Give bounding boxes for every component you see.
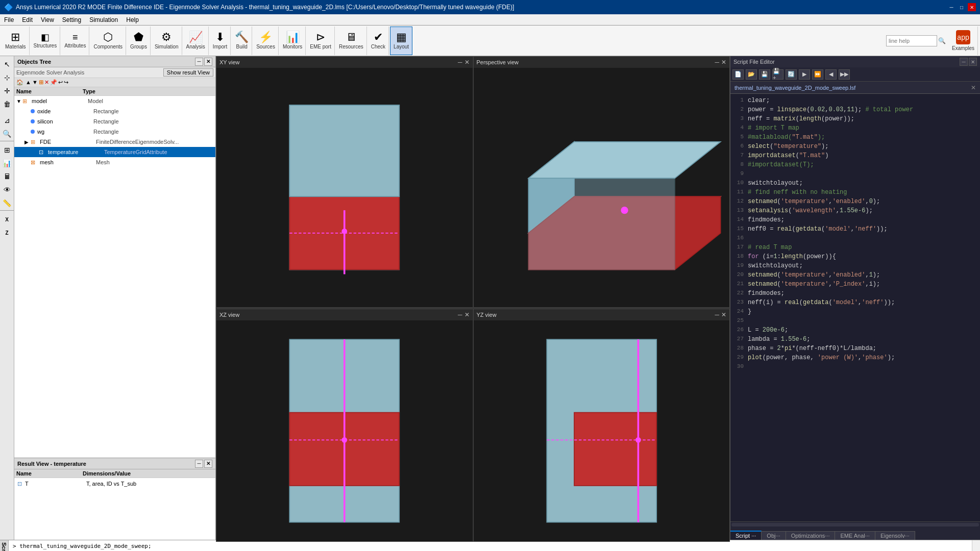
- tree-row-oxide[interactable]: oxide Rectangle: [14, 106, 215, 116]
- toolbar-import[interactable]: ⬇ Import: [210, 27, 231, 55]
- script-close-button[interactable]: ✕: [969, 58, 977, 66]
- yz-view-content[interactable]: [474, 320, 730, 541]
- script-tab-eigensolv[interactable]: Eigensolv···: [875, 531, 915, 540]
- left-tool-x[interactable]: X: [1, 213, 13, 226]
- script-run-btn[interactable]: ▶: [799, 69, 810, 80]
- script-body[interactable]: 1 clear; 2 power = linspace(0.02,0.03,11…: [730, 94, 980, 521]
- toolbar-analysis[interactable]: 📈 Analysis: [183, 27, 209, 55]
- menu-view[interactable]: View: [37, 14, 58, 25]
- xz-minimize-icon[interactable]: ─: [458, 311, 462, 318]
- script-step-btn[interactable]: ⏩: [812, 69, 823, 80]
- menu-file[interactable]: File: [0, 14, 18, 25]
- toolbar-components[interactable]: ⬡ Components: [90, 27, 126, 55]
- script-file-close[interactable]: ✕: [971, 84, 976, 91]
- left-tool-chart[interactable]: 📊: [1, 157, 13, 169]
- left-tool-delete[interactable]: 🗑: [1, 98, 13, 110]
- yz-close-icon[interactable]: ✕: [721, 311, 726, 318]
- left-tool-ruler[interactable]: 📏: [1, 197, 13, 209]
- xy-minimize-icon[interactable]: ─: [458, 59, 462, 66]
- search-icon[interactable]: 🔍: [938, 37, 946, 44]
- tree-row-temperature[interactable]: ⊡ temperature TemperatureGridAttribute: [14, 147, 215, 157]
- tree-nav-r2[interactable]: ↪: [64, 79, 68, 86]
- left-tool-arrow[interactable]: ↖: [1, 58, 13, 70]
- left-tool-select[interactable]: ⊹: [1, 71, 13, 84]
- left-tool-grid[interactable]: ⊞: [1, 144, 13, 156]
- perspective-minimize-icon[interactable]: ─: [715, 59, 719, 66]
- tree-nav-down[interactable]: ▼: [32, 79, 38, 86]
- tree-nav-left[interactable]: 🏠: [16, 79, 23, 86]
- toolbar-check[interactable]: ✔ Check: [368, 27, 389, 55]
- script-save-as-btn[interactable]: 💾+: [772, 69, 783, 80]
- left-tool-eye[interactable]: 👁: [1, 184, 13, 196]
- tree-row-mesh[interactable]: ⊠ mesh Mesh: [14, 157, 215, 167]
- menu-setting[interactable]: Setting: [58, 14, 85, 25]
- tree-nav-r1[interactable]: ↩: [58, 79, 63, 86]
- toolbar-materials[interactable]: ⊞ Materials: [2, 27, 30, 55]
- tree-row-silicon[interactable]: silicon Rectangle: [14, 116, 215, 127]
- tree-row-model[interactable]: ▼ ⊞ model Model: [14, 96, 215, 106]
- xz-view-content[interactable]: [216, 320, 473, 541]
- script-minimize-button[interactable]: ─: [960, 58, 968, 66]
- left-tool-z[interactable]: Z: [1, 227, 13, 239]
- tree-name-mesh: mesh: [40, 159, 96, 165]
- toolbar-monitors[interactable]: 📊 Monitors: [280, 27, 306, 55]
- result-view-close[interactable]: ✕: [204, 460, 212, 468]
- eme-port-label: EME port: [310, 44, 331, 49]
- tree-expand-fde[interactable]: ▶: [24, 139, 31, 145]
- result-view-minimize[interactable]: ─: [195, 460, 203, 468]
- left-tool-zoom[interactable]: 🔍: [1, 128, 13, 140]
- menu-edit[interactable]: Edit: [18, 14, 37, 25]
- script-reload-btn[interactable]: 🔄: [786, 69, 797, 80]
- minimize-button[interactable]: ─: [947, 3, 955, 11]
- script-save-btn[interactable]: 💾: [759, 69, 770, 80]
- toolbar-sources[interactable]: ⚡ Sources: [253, 27, 279, 55]
- toolbar-simulation[interactable]: ⚙ Simulation: [152, 27, 182, 55]
- result-row-T[interactable]: ⊡ T T, area, ID vs T_sub: [14, 478, 215, 489]
- toolbar-eme-port[interactable]: ⊳ EME port: [307, 27, 335, 55]
- toolbar-resources[interactable]: 🖥 Resources: [336, 27, 367, 55]
- script-tab-eme-anal[interactable]: EME Anal···: [835, 531, 875, 540]
- tree-expand-model[interactable]: ▼: [16, 98, 22, 104]
- maximize-button[interactable]: □: [958, 3, 966, 11]
- left-tool-calc[interactable]: 🖩: [1, 170, 13, 183]
- yz-minimize-icon[interactable]: ─: [715, 311, 719, 318]
- tree-nav-add[interactable]: ⊞: [39, 79, 43, 86]
- tree-nav-del[interactable]: ✕: [44, 79, 49, 86]
- toolbar-structures[interactable]: ◧ Structures: [31, 27, 61, 55]
- script-tab-script[interactable]: Script ···: [730, 531, 762, 540]
- menu-help[interactable]: Help: [122, 14, 143, 25]
- script-tab-obj[interactable]: Obj···: [762, 531, 786, 540]
- perspective-close-icon[interactable]: ✕: [721, 59, 726, 66]
- tree-nav-up[interactable]: ▲: [26, 79, 31, 86]
- objects-tree-close[interactable]: ✕: [204, 58, 212, 66]
- xy-view-content[interactable]: [216, 68, 473, 307]
- console-body[interactable]: > thermal_tuning_waveguide_2D_mode_sweep…: [9, 540, 972, 551]
- perspective-view-content[interactable]: [474, 68, 730, 307]
- menu-simulation[interactable]: Simulation: [85, 14, 122, 25]
- toolbar-layout[interactable]: ▦ Layout: [390, 27, 412, 55]
- toolbar-attributes[interactable]: ≡ Attributes: [61, 27, 89, 55]
- search-input[interactable]: [886, 35, 937, 46]
- tree-nav-pin[interactable]: 📌: [50, 79, 57, 86]
- tree-row-fde[interactable]: ▶ ⊞ FDE FiniteDifferenceEigenmodeSolv...: [14, 137, 215, 147]
- objects-tree-minimize[interactable]: ─: [195, 58, 203, 66]
- show-result-button[interactable]: Show result View: [163, 68, 213, 77]
- script-open-btn[interactable]: 📂: [746, 69, 757, 80]
- script-next-btn[interactable]: ▶▶: [839, 69, 850, 80]
- xy-close-icon[interactable]: ✕: [464, 59, 470, 66]
- xz-close-icon[interactable]: ✕: [464, 311, 470, 318]
- materials-label: Materials: [5, 44, 26, 49]
- tree-col-name: Name: [16, 88, 83, 94]
- left-tool-1[interactable]: ⊿: [1, 114, 13, 127]
- toolbar-build[interactable]: 🔨 Build: [232, 27, 252, 55]
- script-new-btn[interactable]: 📄: [732, 69, 744, 80]
- close-button[interactable]: ✕: [968, 3, 976, 11]
- left-tool-move[interactable]: ✛: [1, 85, 13, 97]
- script-prev-btn[interactable]: ◀: [825, 69, 837, 80]
- toolbar-groups[interactable]: ⬟ Groups: [127, 27, 151, 55]
- toolbar-examples[interactable]: app Examples: [949, 27, 978, 55]
- tree-row-wg[interactable]: wg Rectangle: [14, 127, 215, 137]
- console-scrollbar[interactable]: [972, 540, 980, 551]
- sources-icon: ⚡: [259, 32, 273, 43]
- script-tab-optimizations[interactable]: Optimizations···: [786, 531, 836, 540]
